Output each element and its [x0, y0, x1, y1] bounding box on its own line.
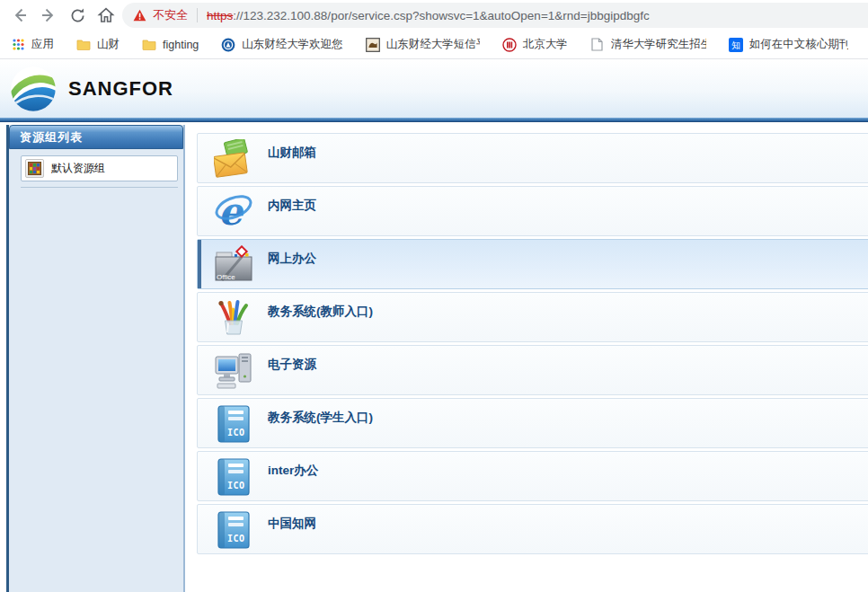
book-ico-icon: ICO	[214, 510, 253, 550]
address-divider	[197, 8, 198, 22]
resource-label: 教务系统(教师入口)	[268, 304, 373, 320]
url-rest: ://123.232.100.88/por/service.csp?showsv…	[233, 9, 649, 22]
selected-accent-bar	[198, 240, 201, 288]
bookmarks-bar: 应用 山财 fighting 山东财经大学欢迎您 山东财经大学短信	[0, 31, 868, 59]
resource-group-icon	[25, 159, 44, 178]
book-ico-icon: ICO	[214, 404, 253, 444]
resource-row-cnki[interactable]: ICO 中国知网	[197, 504, 868, 554]
svg-text:知: 知	[731, 40, 740, 50]
page-url: https://123.232.100.88/por/service.csp?s…	[207, 9, 650, 22]
bookmark-label: 山东财经大学短信平台	[386, 37, 480, 52]
resource-row-e-resources[interactable]: 电子资源	[197, 345, 868, 395]
bookmark-label: 应用	[31, 37, 54, 52]
bookmark-zhihu-article[interactable]: 知 如何在中文核心期刊上	[729, 37, 848, 52]
resource-label: 网上办公	[268, 251, 316, 267]
office-folder-icon: Office	[214, 245, 253, 285]
resource-row-jiaowu-teacher[interactable]: 教务系统(教师入口)	[197, 292, 868, 342]
svg-text:ICO: ICO	[227, 534, 245, 543]
resource-label: 内网主页	[268, 198, 316, 214]
bookmark-pku[interactable]: 北京大学	[502, 37, 568, 52]
resource-list: 山财邮箱 e 内网主页 Office 网上办公	[197, 122, 868, 557]
browser-toolbar: 不安全 https://123.232.100.88/por/service.c…	[0, 0, 868, 31]
resource-row-intranet-home[interactable]: e 内网主页	[197, 186, 868, 236]
resource-label: 山财邮箱	[268, 145, 316, 161]
home-icon	[97, 6, 115, 24]
sms-site-icon	[366, 38, 380, 52]
sangfor-globe-logo-icon	[9, 65, 58, 113]
sidebar-separator	[21, 187, 178, 188]
bookmark-label: 北京大学	[523, 37, 568, 52]
bookmark-folder-fighting[interactable]: fighting	[142, 38, 199, 52]
folder-icon	[142, 38, 156, 52]
resource-row-jiaowu-student[interactable]: ICO 教务系统(学生入口)	[197, 398, 868, 448]
resource-label: 中国知网	[268, 516, 316, 532]
back-button[interactable]	[7, 3, 32, 28]
sidebar-title: 资源组列表	[9, 125, 183, 149]
mail-icon	[214, 139, 253, 179]
bookmark-apps[interactable]: 应用	[11, 37, 54, 52]
computer-icon	[214, 351, 253, 391]
svg-text:Office: Office	[217, 273, 235, 281]
pku-site-icon	[502, 38, 517, 52]
bookmark-label: 山财	[97, 37, 120, 52]
brushes-cup-icon	[214, 298, 253, 338]
resource-label: 教务系统(学生入口)	[268, 410, 373, 426]
resource-row-inter-office[interactable]: ICO inter办公	[197, 451, 868, 501]
bookmark-label: 如何在中文核心期刊上	[749, 37, 848, 52]
logo-band: SANGFOR	[0, 59, 868, 118]
zhihu-icon: 知	[729, 38, 743, 52]
ie-browser-icon: e	[214, 192, 253, 232]
address-bar[interactable]: 不安全 https://123.232.100.88/por/service.c…	[122, 3, 868, 28]
svg-text:ICO: ICO	[227, 481, 245, 490]
page-icon	[590, 38, 605, 52]
folder-icon	[76, 38, 91, 52]
forward-arrow-icon	[40, 6, 58, 24]
reload-button[interactable]	[65, 3, 90, 28]
bookmark-label: 清华大学研究生招生网	[611, 37, 706, 52]
bookmark-label: 山东财经大学欢迎您	[242, 37, 343, 52]
bookmark-label: fighting	[163, 39, 199, 51]
bookmark-sdufe-sms[interactable]: 山东财经大学短信平台	[366, 37, 480, 52]
url-scheme: https	[207, 9, 233, 22]
resource-label: 电子资源	[268, 357, 316, 373]
warning-triangle-icon	[133, 9, 146, 22]
forward-button[interactable]	[36, 3, 61, 28]
svg-text:ICO: ICO	[227, 428, 245, 437]
resource-group-sidebar: 资源组列表 默认资源组	[6, 125, 185, 592]
bookmark-tsinghua-yz[interactable]: 清华大学研究生招生网	[590, 37, 706, 52]
sidebar-item-label: 默认资源组	[51, 161, 105, 176]
resource-row-online-office[interactable]: Office 网上办公	[197, 239, 868, 289]
apps-grid-icon	[11, 38, 25, 52]
bookmark-sdufe-welcome[interactable]: 山东财经大学欢迎您	[221, 37, 343, 52]
bookmark-folder-shancai[interactable]: 山财	[76, 37, 120, 52]
sidebar-item-default-group[interactable]: 默认资源组	[21, 155, 178, 181]
book-ico-icon: ICO	[214, 457, 253, 497]
brand-wordmark: SANGFOR	[68, 77, 173, 101]
reload-icon	[69, 7, 86, 24]
security-warning-label: 不安全	[153, 7, 188, 23]
sdufe-site-icon	[221, 38, 235, 52]
home-button[interactable]	[93, 3, 119, 28]
resource-label: inter办公	[268, 463, 318, 479]
resource-row-mail[interactable]: 山财邮箱	[197, 133, 868, 183]
back-arrow-icon	[11, 6, 29, 24]
